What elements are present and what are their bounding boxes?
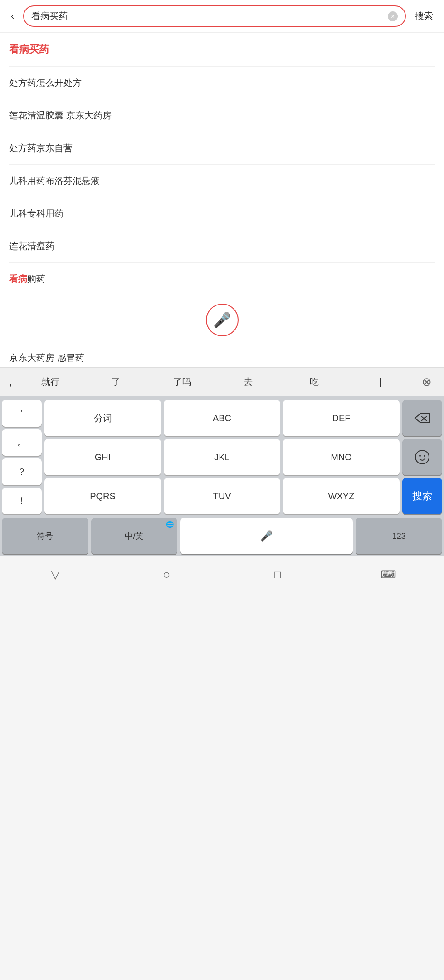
partial-suggestion-text: 京东大药房 感冒药	[9, 353, 84, 363]
key-wxyz[interactable]: WXYZ	[283, 478, 400, 514]
suggestion-red-prefix-8: 看病	[9, 274, 27, 284]
nav-back-button[interactable]: ▽	[37, 561, 73, 588]
punct-key-comma[interactable]: '	[2, 400, 42, 427]
main-keys-area: 分词 ABC DEF GHI JKL MNO PQRS TUV WXYZ	[44, 400, 400, 514]
voice-button[interactable]: 🎤	[206, 304, 239, 336]
suggestion-item-7[interactable]: 连花清瘟药	[9, 230, 435, 263]
space-mic-icon: 🎤	[260, 530, 273, 542]
suggestion-text-2: 处方药怎么开处方	[9, 78, 82, 88]
key-def[interactable]: DEF	[283, 400, 400, 436]
globe-icon: 🌐	[166, 521, 174, 528]
suggestion-text-8: 购药	[27, 274, 45, 284]
nav-home-icon: ○	[163, 567, 171, 582]
key-fenci[interactable]: 分词	[44, 400, 161, 436]
suggestion-text-5: 儿科用药布洛芬混悬液	[9, 176, 100, 186]
lang-switch-key[interactable]: 中/英 🌐	[91, 518, 178, 554]
backspace-icon	[414, 412, 430, 424]
nav-keyboard-icon: ⌨	[381, 568, 396, 581]
prediction-bar: , 就行 了 了吗 去 吃 | ⊗	[0, 367, 444, 396]
key-abc[interactable]: ABC	[164, 400, 280, 436]
clear-button[interactable]: ×	[388, 11, 398, 21]
header: ‹ 看病买药 × 搜索	[0, 0, 444, 33]
search-button[interactable]: 搜索	[411, 8, 437, 24]
punct-column: ' 。 ？ ！	[2, 400, 42, 514]
lang-switch-label: 中/英	[125, 531, 143, 542]
prediction-delete-button[interactable]: ⊗	[413, 371, 440, 393]
keyboard-search-key[interactable]: 搜索	[402, 478, 442, 514]
nav-recent-icon: □	[274, 568, 281, 581]
suggestion-item-5[interactable]: 儿科用药布洛芬混悬液	[9, 165, 435, 197]
key-ghi[interactable]: GHI	[44, 439, 161, 475]
prediction-item-2[interactable]: 了	[83, 372, 149, 392]
suggestion-text-4: 处方药京东自营	[9, 143, 73, 153]
number-key[interactable]: 123	[356, 518, 442, 554]
backspace-key[interactable]	[402, 400, 442, 436]
punct-key-period[interactable]: 。	[2, 429, 42, 456]
nav-back-icon: ▽	[51, 567, 60, 581]
prediction-item-1[interactable]: 就行	[17, 372, 83, 392]
keyboard-row-2: GHI JKL MNO	[44, 439, 400, 475]
search-input[interactable]: 看病买药	[31, 10, 384, 22]
emoji-key[interactable]	[402, 439, 442, 475]
back-button[interactable]: ‹	[7, 9, 18, 24]
symbol-key[interactable]: 符号	[2, 518, 88, 554]
prediction-item-4[interactable]: 去	[215, 372, 281, 392]
keyboard-row-3: PQRS TUV WXYZ	[44, 478, 400, 514]
suggestion-item-4[interactable]: 处方药京东自营	[9, 132, 435, 165]
prediction-comma[interactable]: ,	[4, 373, 17, 392]
space-key[interactable]: 🎤	[180, 518, 353, 554]
svg-point-3	[419, 455, 421, 457]
mic-icon: 🎤	[213, 311, 231, 329]
key-tuv[interactable]: TUV	[164, 478, 280, 514]
nav-keyboard-button[interactable]: ⌨	[371, 561, 407, 588]
keyboard-row-1: 分词 ABC DEF	[44, 400, 400, 436]
keyboard: ' 。 ？ ！ 分词 ABC DEF GHI JKL MNO PQRS TUV …	[0, 396, 444, 556]
key-jkl[interactable]: JKL	[164, 439, 280, 475]
suggestion-item-3[interactable]: 莲花清温胶囊 京东大药房	[9, 99, 435, 132]
suggestions-list: 看病买药 处方药怎么开处方 莲花清温胶囊 京东大药房 处方药京东自营 儿科用药布…	[0, 33, 444, 295]
nav-home-button[interactable]: ○	[148, 561, 185, 588]
suggestion-item-1[interactable]: 看病买药	[9, 33, 435, 67]
suggestion-item-6[interactable]: 儿科专科用药	[9, 197, 435, 230]
prediction-item-5[interactable]: 吃	[281, 372, 347, 392]
suggestion-item-2[interactable]: 处方药怎么开处方	[9, 67, 435, 99]
suggestion-text-6: 儿科专科用药	[9, 208, 63, 218]
voice-area: 🎤	[0, 295, 444, 345]
punct-key-exclaim[interactable]: ！	[2, 488, 42, 515]
svg-point-2	[415, 450, 429, 464]
punct-key-question[interactable]: ？	[2, 458, 42, 485]
key-mno[interactable]: MNO	[283, 439, 400, 475]
partial-suggestion-item[interactable]: 京东大药房 感冒药	[0, 345, 444, 367]
prediction-item-3[interactable]: 了吗	[149, 372, 215, 392]
prediction-item-6[interactable]: |	[347, 373, 413, 391]
search-bar: 看病买药 ×	[23, 5, 406, 27]
nav-recent-button[interactable]: □	[259, 561, 296, 588]
suggestion-text-1: 看病买药	[9, 44, 49, 55]
right-column: 搜索	[402, 400, 442, 514]
nav-bar: ▽ ○ □ ⌨	[0, 556, 444, 592]
emoji-icon	[414, 449, 430, 465]
delete-circle-icon: ⊗	[422, 375, 432, 389]
svg-point-4	[424, 455, 425, 457]
key-pqrs[interactable]: PQRS	[44, 478, 161, 514]
suggestion-text-7: 连花清瘟药	[9, 241, 54, 251]
suggestion-text-3: 莲花清温胶囊 京东大药房	[9, 110, 112, 120]
keyboard-bottom-row: 符号 中/英 🌐 🎤 123	[2, 518, 442, 554]
suggestion-item-8[interactable]: 看病购药	[9, 263, 435, 295]
